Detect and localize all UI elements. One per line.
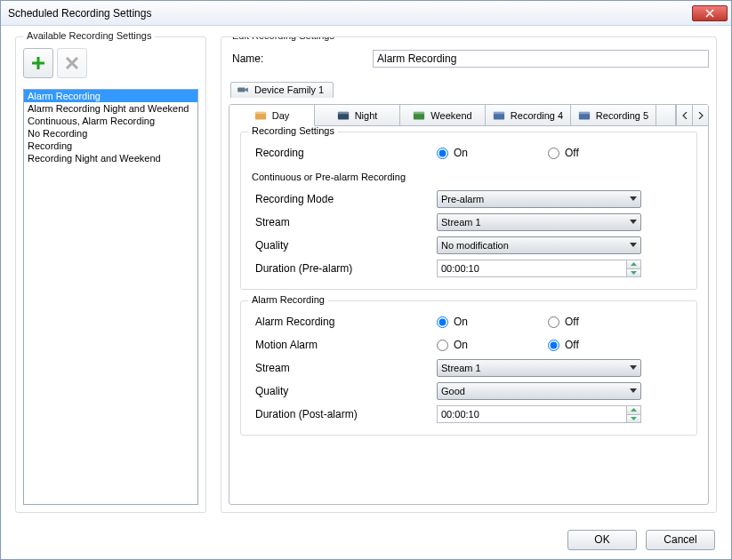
spin-down-button[interactable] xyxy=(627,414,640,423)
device-family-tabs: Device Family 1 xyxy=(230,82,709,98)
recording-settings-fieldset: Recording Settings Recording On Off Cont… xyxy=(240,132,697,290)
tab-scroll-right[interactable] xyxy=(692,105,708,125)
alarm-off-option[interactable]: Off xyxy=(548,316,579,328)
rs-quality-label: Quality xyxy=(250,239,437,252)
available-settings-group: Available Recording Settings Alarm Recor… xyxy=(15,36,206,513)
motion-alarm-radio-group: On Off xyxy=(437,339,579,351)
chevron-right-icon xyxy=(698,112,704,119)
ok-button[interactable]: OK xyxy=(567,530,637,550)
svg-rect-4 xyxy=(255,111,266,114)
chevron-up-icon xyxy=(631,262,637,266)
rs-quality-value: No modification xyxy=(441,240,509,251)
schedule-icon xyxy=(254,110,267,121)
chevron-down-icon xyxy=(631,271,637,275)
list-item[interactable]: Recording Night and Weekend xyxy=(24,152,197,164)
spin-up-button[interactable] xyxy=(627,406,640,414)
ar-quality-label: Quality xyxy=(250,385,437,397)
chevron-up-icon xyxy=(631,408,637,412)
rs-duration-label: Duration (Pre-alarm) xyxy=(250,262,437,275)
on-label: On xyxy=(454,316,468,328)
available-settings-list[interactable]: Alarm RecordingAlarm Recording Night and… xyxy=(23,89,198,505)
motion-off-radio[interactable] xyxy=(548,340,559,351)
chevron-down-icon xyxy=(630,365,637,371)
spin-down-button[interactable] xyxy=(627,268,640,277)
spinner-buttons xyxy=(626,260,640,276)
rs-quality-row: Quality No modification xyxy=(250,234,688,257)
tab-label: Weekend xyxy=(430,110,471,121)
cancel-button[interactable]: Cancel xyxy=(646,530,715,550)
alarm-on-option[interactable]: On xyxy=(437,316,468,328)
tab-recording-5[interactable]: Recording 5 xyxy=(571,105,656,125)
camera-icon xyxy=(237,85,249,94)
schedule-icon xyxy=(337,110,350,121)
recording-on-radio[interactable] xyxy=(437,148,448,159)
ar-duration-spinner[interactable]: 00:00:10 xyxy=(437,405,641,423)
plus-icon xyxy=(30,55,46,71)
tab-day[interactable]: Day xyxy=(229,105,315,126)
name-label: Name: xyxy=(232,52,366,65)
rs-duration-row: Duration (Pre-alarm) 00:00:10 xyxy=(250,257,688,280)
ar-quality-combo[interactable]: Good xyxy=(437,382,641,400)
alarm-recording-label: Alarm Recording xyxy=(250,316,437,328)
recording-settings-title: Recording Settings xyxy=(248,126,338,136)
name-input[interactable] xyxy=(373,50,709,68)
recording-row: Recording On Off xyxy=(250,141,688,164)
recording-mode-value: Pre-alarm xyxy=(441,194,484,204)
recording-off-radio[interactable] xyxy=(548,148,559,159)
motion-on-radio[interactable] xyxy=(437,340,448,351)
schedule-icon xyxy=(578,110,591,121)
tab-weekend[interactable]: Weekend xyxy=(400,105,486,125)
tab-scroll-left[interactable] xyxy=(676,105,692,125)
recording-mode-combo[interactable]: Pre-alarm xyxy=(437,190,641,208)
close-button[interactable] xyxy=(692,5,728,21)
available-settings-title: Available Recording Settings xyxy=(23,30,155,41)
rs-stream-combo[interactable]: Stream 1 xyxy=(437,213,641,231)
motion-off-option[interactable]: Off xyxy=(548,339,579,351)
ar-duration-row: Duration (Post-alarm) 00:00:10 xyxy=(250,403,688,426)
off-label: Off xyxy=(565,339,579,351)
x-icon xyxy=(65,56,79,70)
tab-device-family-1[interactable]: Device Family 1 xyxy=(230,82,334,98)
schedule-icon xyxy=(413,110,425,121)
chevron-down-icon xyxy=(630,220,637,225)
edit-settings-title: Edit Recording Settings xyxy=(229,36,338,41)
chevron-down-icon xyxy=(630,243,637,248)
tab-recording-4[interactable]: Recording 4 xyxy=(486,105,571,125)
alarm-recording-title: Alarm Recording xyxy=(248,294,328,305)
rs-duration-spinner[interactable]: 00:00:10 xyxy=(437,260,641,277)
spinner-buttons xyxy=(626,406,640,422)
list-item[interactable]: Continuous, Alarm Recording xyxy=(24,115,197,127)
tab-spacer xyxy=(656,105,676,125)
list-item[interactable]: Alarm Recording Night and Weekend xyxy=(24,102,197,115)
chevron-down-icon xyxy=(631,417,637,420)
chevron-down-icon xyxy=(630,196,637,202)
add-button[interactable] xyxy=(23,48,53,78)
alarm-on-radio[interactable] xyxy=(437,316,448,328)
rs-stream-value: Stream 1 xyxy=(441,217,481,228)
svg-rect-12 xyxy=(579,111,590,114)
rs-quality-combo[interactable]: No modification xyxy=(437,236,641,254)
rs-stream-row: Stream Stream 1 xyxy=(250,211,688,234)
alarm-recording-fieldset: Alarm Recording Alarm Recording On Off M… xyxy=(240,300,697,436)
recording-off-option[interactable]: Off xyxy=(548,147,579,159)
spin-up-button[interactable] xyxy=(627,260,640,268)
svg-rect-2 xyxy=(237,88,245,92)
schedule-tabs: DayNightWeekendRecording 4Recording 5 xyxy=(229,105,708,126)
motion-on-option[interactable]: On xyxy=(437,339,468,351)
continuous-prealarm-subhead: Continuous or Pre-alarm Recording xyxy=(250,164,688,188)
recording-on-option[interactable]: On xyxy=(437,147,468,159)
tab-label: Recording 5 xyxy=(596,110,648,121)
alarm-off-radio[interactable] xyxy=(548,316,559,328)
tab-night[interactable]: Night xyxy=(315,105,400,125)
rs-stream-label: Stream xyxy=(250,216,437,228)
chevron-down-icon xyxy=(630,388,637,394)
off-label: Off xyxy=(565,316,579,328)
tab-label: Night xyxy=(355,110,378,121)
delete-button[interactable] xyxy=(57,48,87,78)
list-item[interactable]: Alarm Recording xyxy=(24,90,197,102)
list-item[interactable]: Recording xyxy=(24,140,197,152)
schedule-icon xyxy=(493,110,505,121)
ar-stream-combo[interactable]: Stream 1 xyxy=(437,359,641,377)
list-item[interactable]: No Recording xyxy=(24,127,197,140)
dialog-footer: OK Cancel xyxy=(1,520,731,559)
